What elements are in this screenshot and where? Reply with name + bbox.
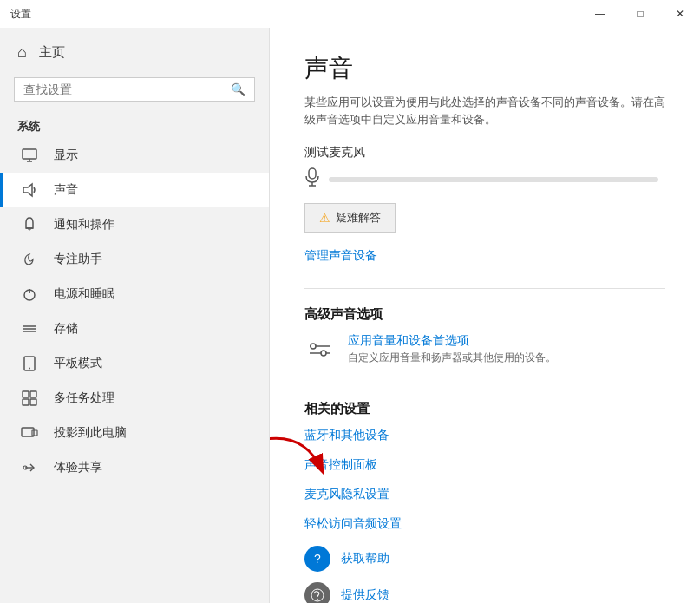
related-link-sound-panel-container: 声音控制面板: [304, 457, 665, 473]
window-controls: — □ ✕: [580, 0, 700, 28]
share-icon: [17, 459, 42, 476]
sidebar-section-label: 系统: [0, 112, 269, 138]
sidebar-item-share[interactable]: 体验共享: [0, 450, 269, 485]
sidebar-item-notifications[interactable]: 通知和操作: [0, 207, 269, 242]
mic-test-section: 测试麦克风: [304, 145, 665, 191]
related-section: 相关的设置 蓝牙和其他设备 声音控制面: [304, 401, 665, 532]
related-link-accessibility-label: 轻松访问音频设置: [304, 516, 402, 530]
sidebar-item-notifications-label: 通知和操作: [54, 217, 114, 233]
divider-1: [304, 288, 665, 289]
mic-bar-container: [304, 167, 665, 191]
content-area: ⌂ 主页 🔍 系统 显示: [0, 28, 700, 603]
troubleshoot-button[interactable]: ⚠ 疑难解答: [304, 203, 396, 233]
sidebar-item-project[interactable]: 投影到此电脑: [0, 416, 269, 450]
divider-2: [304, 383, 665, 383]
sidebar-item-display[interactable]: 显示: [0, 138, 269, 173]
feedback-item: 提供反馈: [304, 582, 665, 603]
svg-marker-3: [23, 184, 32, 196]
advanced-item-text: 应用音量和设备首选项 自定义应用音量和扬声器或其他使用的设备。: [348, 333, 556, 365]
sidebar-item-focus[interactable]: 专注助手: [0, 242, 269, 277]
advanced-item-title[interactable]: 应用音量和设备首选项: [348, 333, 556, 349]
minimize-button[interactable]: —: [580, 0, 620, 28]
svg-point-24: [321, 351, 326, 356]
troubleshoot-label: 疑难解答: [336, 210, 381, 226]
svg-point-23: [311, 344, 316, 349]
sidebar-item-home[interactable]: ⌂ 主页: [0, 35, 269, 70]
manage-devices-link[interactable]: 管理声音设备: [304, 248, 665, 264]
feedback-label: 提供反馈: [341, 587, 389, 603]
sidebar: ⌂ 主页 🔍 系统 显示: [0, 28, 269, 603]
advanced-item-mixer: 应用音量和设备首选项 自定义应用音量和扬声器或其他使用的设备。: [304, 333, 665, 365]
sidebar-home-label: 主页: [39, 44, 65, 61]
svg-rect-20: [309, 168, 316, 179]
tablet-icon: [17, 355, 42, 372]
sidebar-item-sound[interactable]: 声音: [0, 173, 269, 207]
sidebar-item-focus-label: 专注助手: [54, 252, 102, 267]
svg-rect-0: [23, 149, 36, 159]
project-icon: [17, 424, 42, 442]
search-box: 🔍: [14, 77, 255, 102]
multitask-icon: [17, 390, 42, 407]
svg-rect-13: [30, 391, 36, 397]
maximize-button[interactable]: □: [620, 0, 660, 28]
sidebar-item-multitask[interactable]: 多任务处理: [0, 381, 269, 416]
mixer-icon: [304, 334, 336, 365]
storage-icon: [17, 320, 42, 338]
sidebar-item-power[interactable]: 电源和睡眠: [0, 277, 269, 311]
advanced-item-desc: 自定义应用音量和扬声器或其他使用的设备。: [348, 351, 556, 365]
related-section-title: 相关的设置: [304, 401, 665, 417]
svg-point-11: [29, 368, 30, 370]
sidebar-item-storage-label: 存储: [54, 321, 78, 337]
advanced-section: 高级声音选项 应用音量和设备首选项: [304, 306, 665, 365]
sidebar-item-share-label: 体验共享: [54, 460, 102, 475]
sidebar-item-power-label: 电源和睡眠: [54, 286, 114, 302]
moon-icon: [17, 251, 42, 268]
related-link-sound-panel[interactable]: 声音控制面板: [304, 457, 665, 473]
home-icon: ⌂: [17, 43, 27, 62]
notification-icon: [17, 216, 42, 233]
close-button[interactable]: ✕: [660, 0, 700, 28]
related-link-mic-privacy[interactable]: 麦克风隐私设置: [304, 487, 665, 502]
mic-icon: [304, 167, 320, 191]
sidebar-item-storage[interactable]: 存储: [0, 311, 269, 346]
mic-level-bar: [329, 177, 658, 182]
sidebar-item-display-label: 显示: [54, 147, 78, 163]
red-arrow: [269, 431, 330, 483]
settings-window: 设置 — □ ✕ ⌂ 主页 🔍 系统: [0, 0, 700, 603]
search-icon[interactable]: 🔍: [231, 82, 245, 96]
feedback-icon: [304, 582, 330, 603]
title-bar: 设置 — □ ✕: [0, 0, 700, 28]
mic-test-label: 测试麦克风: [304, 145, 665, 161]
help-item: ? 获取帮助: [304, 546, 665, 572]
main-content: 声音 某些应用可以设置为便用与此处选择的声音设备不同的声音设备。请在高级声音选项…: [269, 28, 700, 603]
page-title: 声音: [304, 52, 665, 85]
svg-rect-12: [23, 391, 29, 397]
svg-point-31: [317, 599, 318, 600]
warning-icon: ⚠: [319, 211, 330, 225]
page-desc: 某些应用可以设置为便用与此处选择的声音设备不同的声音设备。请在高级声音选项中自定…: [304, 94, 665, 128]
related-link-mic-privacy-label: 麦克风隐私设置: [304, 487, 389, 501]
advanced-section-title: 高级声音选项: [304, 306, 665, 323]
sidebar-item-multitask-label: 多任务处理: [54, 390, 114, 406]
help-link[interactable]: 获取帮助: [341, 551, 389, 567]
sound-icon: [17, 181, 42, 199]
sidebar-item-project-label: 投影到此电脑: [54, 425, 127, 441]
sidebar-item-tablet-label: 平板模式: [54, 356, 102, 371]
search-input[interactable]: [23, 82, 231, 96]
svg-rect-14: [23, 399, 29, 405]
help-icon: ?: [304, 546, 330, 572]
window-title: 设置: [10, 7, 31, 22]
related-link-accessibility[interactable]: 轻松访问音频设置: [304, 516, 665, 532]
display-icon: [17, 147, 42, 164]
related-link-bluetooth[interactable]: 蓝牙和其他设备: [304, 428, 665, 443]
sidebar-item-tablet[interactable]: 平板模式: [0, 346, 269, 381]
power-icon: [17, 285, 42, 303]
sidebar-item-sound-label: 声音: [54, 182, 78, 198]
svg-rect-17: [32, 430, 37, 436]
svg-rect-15: [30, 399, 36, 405]
